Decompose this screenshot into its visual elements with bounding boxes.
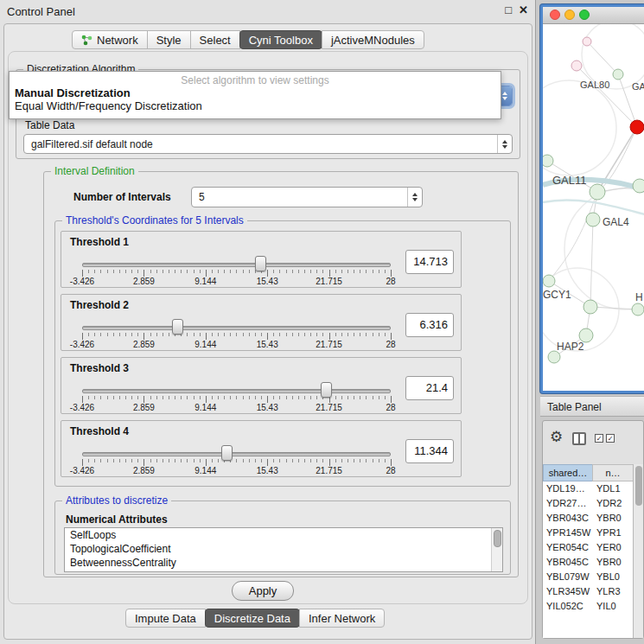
major-tick	[82, 459, 83, 466]
close-icon[interactable]: ✕	[519, 3, 528, 17]
number-of-intervals-select[interactable]: 5	[191, 187, 423, 207]
list-item[interactable]: SelfLoops	[65, 528, 502, 542]
list-item[interactable]: BetweennessCentrality	[65, 556, 502, 570]
gear-icon[interactable]: ⚙	[550, 430, 563, 445]
thresholds-container: Threshold 1-3.4262.8599.14415.4321.71528…	[61, 231, 462, 483]
algorithm-option[interactable]: Manual Discretization	[10, 86, 501, 99]
tab-label: Select	[200, 34, 231, 47]
network-node[interactable]	[586, 213, 600, 226]
slider-track[interactable]	[82, 452, 391, 456]
check-icon: ✓	[595, 434, 603, 443]
network-node[interactable]	[583, 300, 597, 314]
list-item[interactable]: TopologicalCoefficient	[65, 542, 502, 556]
table-row[interactable]: YDR27…YDR2	[543, 496, 633, 511]
table-row[interactable]: YPR145WYPR1	[543, 526, 633, 540]
table-cell: YER054C	[543, 540, 593, 555]
major-tick	[206, 270, 207, 277]
select-columns-icon[interactable]: ✓ ✓	[595, 434, 615, 443]
network-canvas[interactable]: GAL80GAGAL11GAL4GCY1HHAP2	[543, 24, 644, 390]
slider-track[interactable]	[82, 389, 391, 393]
threshold-panel: Threshold 2-3.4262.8599.14415.4321.71528…	[61, 294, 462, 351]
columns-icon[interactable]	[572, 432, 586, 445]
apply-button[interactable]: Apply	[232, 581, 294, 601]
threshold-panel: Threshold 1-3.4262.8599.14415.4321.71528…	[61, 231, 462, 288]
network-node[interactable]	[590, 184, 605, 200]
network-node[interactable]	[543, 275, 555, 287]
top-tab-bar: NetworkStyleSelectCyni ToolboxjActiveMNo…	[72, 30, 424, 49]
thresholds-group: Threshold's Coordinates for 5 Intervals …	[54, 220, 511, 487]
network-node[interactable]	[583, 37, 591, 46]
slider-thumb[interactable]	[221, 445, 233, 461]
table-row[interactable]: YBL079WYBL0	[543, 570, 633, 584]
tab-infer-network[interactable]: Infer Network	[299, 609, 385, 628]
table-row[interactable]: YBR043CYBR0	[543, 511, 633, 526]
minimize-button[interactable]	[564, 10, 575, 20]
column-header-name[interactable]: n…	[592, 464, 634, 481]
slider-thumb[interactable]	[172, 319, 183, 335]
attribute-items: SelfLoopsTopologicalCoefficientBetweenne…	[65, 528, 502, 570]
tab-jactivemnodules[interactable]: jActiveMNodules	[322, 30, 424, 49]
slider-thumb[interactable]	[255, 256, 266, 271]
slider-thumb[interactable]	[321, 382, 332, 398]
network-node[interactable]	[571, 61, 582, 71]
table-cell: YER0	[593, 540, 631, 555]
scrollbar-thumb[interactable]	[635, 466, 642, 506]
table-data-select[interactable]: galFiltered.sif default node	[23, 134, 513, 154]
tab-style[interactable]: Style	[147, 30, 191, 49]
control-panel-body: NetworkStyleSelectCyni ToolboxjActiveMNo…	[3, 23, 532, 640]
threshold-label: Threshold 3	[70, 362, 129, 374]
slider-track[interactable]	[82, 263, 391, 267]
tick-label: -3.426	[65, 277, 99, 286]
network-window-titlebar	[543, 7, 644, 24]
tab-label: Discretize Data	[214, 612, 290, 625]
network-node[interactable]	[548, 351, 560, 363]
table-row[interactable]: YDL19…YDL1	[543, 481, 633, 496]
network-edge	[577, 66, 637, 127]
tick-label: 15.43	[250, 466, 284, 475]
threshold-value-field[interactable]: 14.713	[405, 250, 454, 274]
table-cell: YDR27…	[543, 496, 593, 511]
table-scrollbar[interactable]	[633, 464, 643, 638]
tab-network[interactable]: Network	[72, 30, 148, 49]
numerical-attributes-list[interactable]: SelfLoopsTopologicalCoefficientBetweenne…	[64, 527, 503, 572]
tab-impute-data[interactable]: Impute Data	[125, 609, 206, 628]
threshold-value-field[interactable]: 6.316	[405, 313, 454, 337]
table-cell: YPR145W	[543, 526, 593, 540]
tab-cyni-toolbox[interactable]: Cyni Toolbox	[239, 30, 322, 49]
float-icon[interactable]: □	[505, 3, 512, 17]
slider-track[interactable]	[82, 326, 391, 330]
table-cell: YBL0	[593, 570, 631, 584]
list-scrollbar[interactable]	[491, 528, 502, 571]
table-cell: YBL079W	[543, 570, 593, 584]
network-node[interactable]	[543, 155, 553, 167]
edge-arc	[564, 188, 644, 309]
network-view-window: GAL80GAGAL11GAL4GCY1HHAP2	[540, 4, 644, 393]
threshold-value-field[interactable]: 11.344	[405, 439, 454, 463]
zoom-button[interactable]	[579, 10, 590, 20]
table-cell: YDR2	[593, 496, 631, 511]
tab-discretize-data[interactable]: Discretize Data	[205, 609, 300, 628]
tab-select[interactable]: Select	[190, 30, 240, 49]
tick-label: 9.144	[188, 277, 223, 286]
major-tick	[391, 270, 392, 277]
table-cell: YLR345W	[543, 584, 593, 599]
network-node[interactable]	[633, 179, 644, 193]
table-row[interactable]: YER054CYER0	[543, 540, 633, 555]
network-node[interactable]	[630, 120, 644, 134]
threshold-value-field[interactable]: 21.4	[405, 376, 454, 400]
table-row[interactable]: YIL052CYIL0	[543, 599, 633, 614]
close-button[interactable]	[550, 10, 560, 20]
network-node[interactable]	[613, 69, 623, 80]
table-row[interactable]: YBR045CYBR0	[543, 555, 633, 570]
stepper-arrows-icon	[497, 135, 512, 153]
major-tick	[267, 396, 268, 403]
algorithm-option[interactable]: Equal Width/Frequency Discretization	[10, 99, 501, 112]
column-header-shared-name[interactable]: shared…	[543, 464, 593, 481]
table-row[interactable]: YLR345WYLR3	[543, 584, 633, 599]
slider-ticks	[82, 333, 392, 336]
cyni-toolbox-panel: Discretization Algorithm Table Data galF…	[8, 51, 528, 604]
major-tick	[329, 333, 330, 340]
tick-label: 15.43	[250, 277, 284, 286]
scrollbar-thumb[interactable]	[494, 530, 501, 547]
network-node[interactable]	[632, 303, 644, 316]
